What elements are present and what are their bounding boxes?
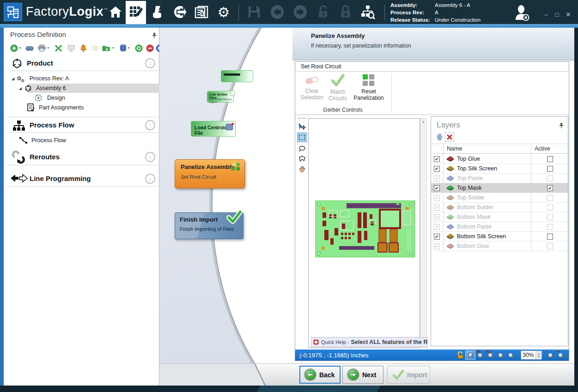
lock-cancel-icon[interactable] (335, 2, 356, 22)
step-card-finish-import[interactable]: Finish Import Finish Importing of Files (175, 212, 243, 239)
layer-active-checkbox[interactable] (547, 224, 553, 230)
layer-visible-checkbox[interactable]: ✔ (434, 175, 440, 181)
layer-active-checkbox[interactable] (547, 156, 553, 162)
pin-icon[interactable] (558, 121, 565, 129)
layer-active-checkbox[interactable] (547, 214, 553, 220)
close-button[interactable]: ✕ (564, 10, 573, 18)
print-icon[interactable] (37, 43, 46, 53)
settings-icon[interactable]: ⚙ (91, 43, 100, 53)
layer-row[interactable]: ✔Top Solder (431, 193, 568, 203)
step-card-panelize-current[interactable]: Panelize Assembly Set Root Circuit (175, 159, 245, 188)
user-logout-icon[interactable] (512, 4, 532, 22)
gerber-canvas[interactable] (308, 118, 420, 348)
layer-visible-checkbox[interactable]: ✔ (434, 214, 440, 220)
zoom-in-icon[interactable]: + (546, 350, 556, 360)
tree-item-assembly[interactable]: ◢ Assembly 6 (18, 84, 159, 93)
reset-panelization-button[interactable]: Reset Panelization (351, 73, 387, 105)
layer-active-checkbox[interactable] (547, 166, 553, 172)
match-circuits-button[interactable]: Match Circuits (326, 73, 350, 105)
zoom-window-icon[interactable] (465, 350, 475, 360)
paint-dropdown-caret[interactable]: ▾ (127, 43, 131, 53)
rectangle-select-tool[interactable] (297, 133, 307, 142)
unlock-icon[interactable] (313, 2, 334, 22)
home-icon[interactable] (105, 2, 126, 22)
layer-visible-checkbox[interactable]: ✔ (434, 243, 440, 249)
find-icon[interactable] (25, 43, 34, 53)
layer-row[interactable]: ✔Top Glue (431, 154, 568, 164)
expander-icon[interactable]: ◢ (18, 86, 23, 90)
pin-icon[interactable] (151, 31, 158, 39)
layer-row[interactable]: ✔Bottom Paste (431, 222, 568, 232)
layer-visible-checkbox[interactable]: ✔ (434, 166, 440, 172)
layer-active-checkbox[interactable] (547, 243, 553, 249)
zoom-100-icon[interactable]: 100 (475, 350, 486, 360)
layer-active-checkbox[interactable]: ✔ (547, 185, 553, 191)
news-pages-icon[interactable] (191, 2, 212, 22)
back-button[interactable]: Back (299, 366, 341, 384)
select-move-tool[interactable] (297, 121, 307, 131)
zoom-level-spinner[interactable]: 30% ▲▼ (521, 350, 542, 360)
collapse-product-icon[interactable]: ↑ (145, 58, 155, 68)
expander-icon[interactable]: ◢ (10, 77, 16, 81)
zoom-level-value[interactable]: 30% (521, 351, 535, 359)
layer-row[interactable]: ✔Top Silk Screen (431, 164, 568, 174)
column-active[interactable]: Active (535, 145, 550, 152)
remove-icon[interactable] (145, 43, 154, 53)
column-name[interactable]: Name (447, 145, 462, 152)
notify-bell-icon[interactable] (79, 43, 88, 53)
merge-icon[interactable] (54, 43, 63, 53)
section-product[interactable]: Product (27, 59, 53, 67)
minimize-button[interactable]: – (541, 10, 551, 18)
scroll-up-icon[interactable]: ∧ (420, 120, 426, 124)
find-process-icon[interactable] (358, 2, 378, 22)
step-card-link-gerber[interactable]: Link Gerber Files Link Gerber Files to L… (207, 91, 234, 103)
export-dropdown-caret[interactable]: ▾ (111, 43, 116, 53)
zoom-out-icon[interactable]: - (506, 350, 516, 360)
add-icon[interactable] (9, 43, 18, 53)
step-card-load-centroid[interactable]: Load Centroid File (191, 121, 236, 137)
polygon-select-tool[interactable] (297, 154, 307, 163)
layer-visible-checkbox[interactable]: ✔ (434, 195, 440, 201)
paint-icon[interactable] (118, 43, 128, 53)
layer-active-checkbox[interactable] (547, 234, 553, 240)
layer-active-checkbox[interactable] (547, 205, 553, 211)
layer-visible-checkbox[interactable]: ✔ (434, 205, 440, 211)
next-button[interactable]: Next (342, 366, 383, 384)
import-button[interactable]: Import (387, 366, 430, 384)
layer-row[interactable]: ✔Top Paste (431, 174, 568, 183)
export-folder-icon[interactable] (102, 43, 111, 53)
zoom-spin-buttons[interactable]: ▲▼ (535, 351, 541, 359)
expand-reroutes-icon[interactable]: ↓ (145, 152, 155, 162)
layer-row[interactable]: ✔Bottom Silk Screen (431, 232, 568, 241)
tree-item-part-assignments[interactable]: Part Assignments (25, 103, 159, 112)
tree-item-process-rev[interactable]: ◢ ⚙⚙ Process Rev: A (10, 74, 158, 83)
canvas-scrollbar[interactable]: ∧ ∨ (420, 118, 427, 348)
layer-visible-checkbox[interactable]: ✔ (434, 234, 440, 240)
pan-hand-tool[interactable] (297, 164, 307, 174)
refresh-icon[interactable] (134, 43, 143, 53)
save-icon[interactable] (244, 2, 264, 22)
tree-item-design[interactable]: Design (33, 93, 159, 103)
sync-icon[interactable] (170, 2, 190, 22)
data-stack-icon[interactable] (148, 2, 168, 22)
step-card-partial[interactable] (221, 70, 253, 82)
section-process-flow[interactable]: Process Flow (30, 121, 74, 129)
zoom-in-fast-icon[interactable]: ++ (556, 350, 566, 360)
collapse-process-flow-icon[interactable]: ↑ (145, 120, 155, 130)
settings-gear-icon[interactable]: ⚙ (213, 2, 234, 22)
section-reroutes[interactable]: Reroutes (30, 153, 60, 161)
section-line-programming[interactable]: Line Programming (30, 175, 91, 182)
layer-active-checkbox[interactable] (547, 195, 553, 201)
clear-selection-button[interactable]: Clear Selection (299, 73, 325, 105)
maximize-button[interactable]: □ (553, 10, 562, 18)
layer-active-checkbox[interactable] (547, 175, 553, 181)
back-icon[interactable] (267, 2, 287, 22)
layer-visible-checkbox[interactable]: ✔ (434, 156, 440, 162)
layer-row[interactable]: ✔Bottom Glue (431, 241, 568, 251)
presentation-icon[interactable] (67, 43, 76, 53)
layer-visible-checkbox[interactable]: ✔ (434, 224, 440, 230)
expand-line-programming-icon[interactable]: ↓ (145, 174, 155, 184)
clear-selection-x-icon[interactable] (445, 133, 454, 142)
zoom-all-icon[interactable]: ALL (486, 350, 496, 360)
layer-row[interactable]: ✔Top Mask✔ (431, 183, 568, 193)
